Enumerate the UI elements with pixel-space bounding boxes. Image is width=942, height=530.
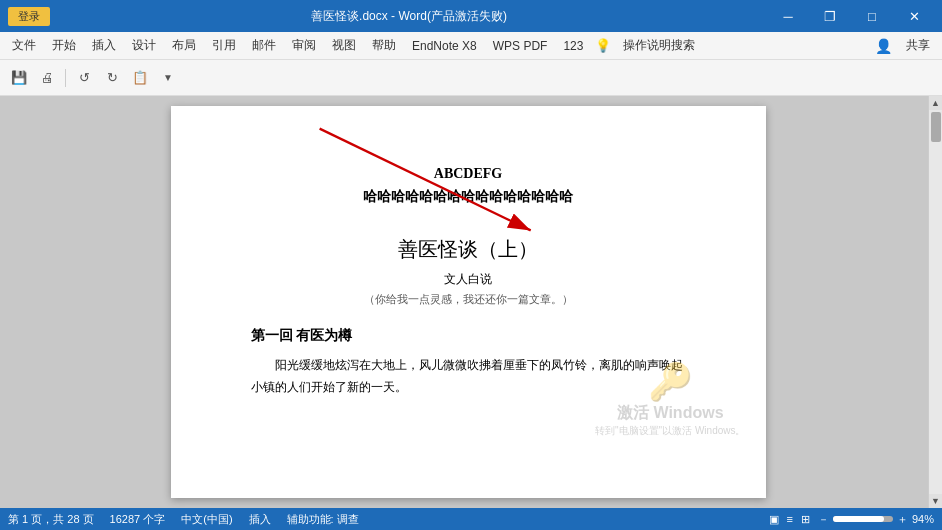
share-button[interactable]: 共享: [898, 35, 938, 56]
scroll-down-arrow[interactable]: ▼: [929, 494, 943, 508]
doc-title-en: ABCDEFG: [251, 166, 686, 182]
accessibility: 辅助功能: 调查: [287, 512, 359, 527]
menu-home[interactable]: 开始: [44, 35, 84, 56]
watermark-sub: 转到"电脑设置"以激活 Windows。: [595, 424, 745, 438]
word-count: 16287 个字: [110, 512, 166, 527]
menu-file[interactable]: 文件: [4, 35, 44, 56]
zoom-slider[interactable]: [833, 516, 893, 522]
status-right: ▣ ≡ ⊞ － ＋ 94%: [769, 512, 934, 527]
title-bar: 登录 善医怪谈.docx - Word(产品激活失败) ─ ❐ □ ✕: [0, 0, 942, 32]
menu-search[interactable]: 操作说明搜索: [615, 35, 703, 56]
quick-access-btn[interactable]: 📋: [127, 65, 153, 91]
edit-mode: 插入: [249, 512, 271, 527]
vertical-scrollbar[interactable]: ▲ ▼: [928, 96, 942, 508]
document-page: ABCDEFG 哈哈哈哈哈哈哈哈哈哈哈哈哈哈哈 善医怪谈（上） 文人白说 （你给…: [171, 106, 766, 498]
menu-bar: 文件 开始 插入 设计 布局 引用 邮件 审阅 视图 帮助 EndNote X8…: [0, 32, 942, 60]
menu-123[interactable]: 123: [555, 37, 591, 55]
view-icon-2[interactable]: ≡: [787, 513, 793, 525]
menu-insert[interactable]: 插入: [84, 35, 124, 56]
print-toolbar-btn[interactable]: 🖨: [34, 65, 60, 91]
save-toolbar-btn[interactable]: 💾: [6, 65, 32, 91]
window-controls: ─ ❐ □ ✕: [768, 2, 934, 30]
redo-toolbar-btn[interactable]: ↻: [99, 65, 125, 91]
view-icon-1[interactable]: ▣: [769, 513, 779, 526]
minimize-button[interactable]: ─: [768, 2, 808, 30]
zoom-in-btn[interactable]: ＋: [897, 512, 908, 527]
menu-layout[interactable]: 布局: [164, 35, 204, 56]
menu-endnote[interactable]: EndNote X8: [404, 37, 485, 55]
author: 文人白说: [251, 271, 686, 288]
doc-title-cn: 哈哈哈哈哈哈哈哈哈哈哈哈哈哈哈: [251, 188, 686, 206]
window-title: 善医怪谈.docx - Word(产品激活失败): [50, 8, 768, 25]
menu-design[interactable]: 设计: [124, 35, 164, 56]
zoom-level: 94%: [912, 513, 934, 525]
chapter-title: 第一回 有医为樽: [251, 327, 686, 345]
restore-button[interactable]: ❐: [810, 2, 850, 30]
menu-view[interactable]: 视图: [324, 35, 364, 56]
close-button[interactable]: ✕: [894, 2, 934, 30]
menu-mail[interactable]: 邮件: [244, 35, 284, 56]
menu-review[interactable]: 审阅: [284, 35, 324, 56]
toolbar: 💾 🖨 ↺ ↻ 📋 ▼: [0, 60, 942, 96]
watermark-text: 激活 Windows: [595, 403, 745, 424]
zoom-fill: [833, 516, 884, 522]
page-info: 第 1 页，共 28 页: [8, 512, 94, 527]
language: 中文(中国): [181, 512, 232, 527]
main-area: ABCDEFG 哈哈哈哈哈哈哈哈哈哈哈哈哈哈哈 善医怪谈（上） 文人白说 （你给…: [0, 96, 942, 508]
document-area: ABCDEFG 哈哈哈哈哈哈哈哈哈哈哈哈哈哈哈 善医怪谈（上） 文人白说 （你给…: [8, 96, 928, 508]
status-bar: 第 1 页，共 28 页 16287 个字 中文(中国) 插入 辅助功能: 调查…: [0, 508, 942, 530]
chapter-content: 阳光缓缓地炫泻在大地上，风儿微微吹拂着厘垂下的凤竹铃，离肌的响声唤起小镇的人们开…: [251, 355, 686, 398]
book-title: 善医怪谈（上）: [251, 236, 686, 263]
scroll-up-arrow[interactable]: ▲: [929, 96, 943, 110]
scroll-thumb[interactable]: [931, 112, 941, 142]
customize-toolbar-btn[interactable]: ▼: [155, 65, 181, 91]
left-panel: [0, 96, 8, 508]
menu-wpspdf[interactable]: WPS PDF: [485, 37, 556, 55]
login-button[interactable]: 登录: [8, 7, 50, 26]
toolbar-separator: [65, 69, 66, 87]
menu-reference[interactable]: 引用: [204, 35, 244, 56]
menu-help[interactable]: 帮助: [364, 35, 404, 56]
subtitle: （你给我一点灵感，我还还你一篇文章。）: [251, 292, 686, 307]
zoom-out-btn[interactable]: －: [818, 512, 829, 527]
maximize-button[interactable]: □: [852, 2, 892, 30]
view-icon-3[interactable]: ⊞: [801, 513, 810, 526]
zoom-area: － ＋ 94%: [818, 512, 934, 527]
undo-toolbar-btn[interactable]: ↺: [71, 65, 97, 91]
